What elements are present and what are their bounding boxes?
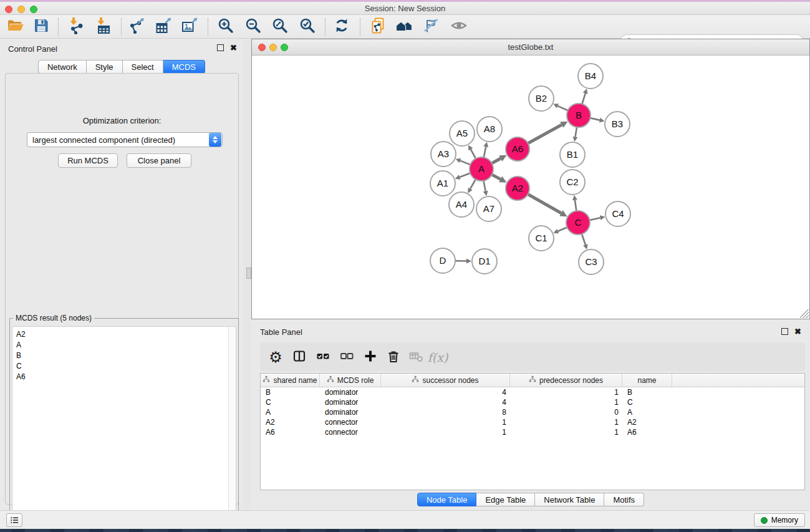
table-row[interactable]: A2connector11A2	[261, 417, 804, 427]
minimize-window-button[interactable]	[17, 6, 25, 13]
column-header-MCDS-role[interactable]: MCDS role	[320, 374, 381, 387]
network-window-traffic-lights[interactable]	[258, 44, 288, 51]
column-header-successor-nodes[interactable]: successor nodes	[381, 374, 510, 387]
node-A4[interactable]: A4	[449, 192, 474, 217]
float-panel-icon[interactable]	[217, 44, 224, 51]
export-network-icon	[128, 17, 145, 37]
network-minimize-button[interactable]	[269, 44, 277, 51]
run-mcds-button[interactable]: Run MCDS	[58, 153, 118, 168]
node-A5[interactable]: A5	[450, 121, 475, 146]
show-eye-button[interactable]	[448, 16, 470, 37]
zoom-window-button[interactable]	[30, 6, 37, 13]
close-window-button[interactable]	[5, 6, 12, 13]
node-B[interactable]: B	[567, 104, 591, 127]
tab-style[interactable]: Style	[87, 60, 123, 74]
node-A8[interactable]: A8	[477, 117, 502, 142]
close-panel-button[interactable]: Close panel	[127, 153, 191, 168]
column-type-icon	[263, 375, 270, 385]
tab-mcds[interactable]: MCDS	[163, 60, 205, 74]
node-B1[interactable]: B1	[560, 142, 585, 167]
network-canvas[interactable]: AA1A2A3A4A5A6A7A8BB1B2B3B4CC1C2C3C4DD1	[252, 56, 809, 319]
dropdown-stepper-icon	[209, 133, 221, 147]
zoom-selected-button[interactable]	[297, 16, 318, 37]
criterion-dropdown[interactable]: largest connected component (directed)	[27, 132, 223, 147]
export-network-button[interactable]	[126, 16, 147, 37]
network-zoom-button[interactable]	[281, 44, 288, 51]
node-A3[interactable]: A3	[431, 142, 456, 167]
node-C[interactable]: C	[566, 211, 590, 235]
node-C3[interactable]: C3	[579, 249, 604, 274]
node-A6[interactable]: A6	[506, 137, 529, 161]
splitter-collapse-handle[interactable]	[246, 268, 251, 279]
node-D1[interactable]: D1	[472, 249, 497, 274]
node-D[interactable]: D	[430, 248, 455, 273]
control-panel-header: Control Panel ✖	[0, 39, 243, 59]
traffic-lights[interactable]	[5, 6, 37, 13]
table-row[interactable]: Cdominator41C	[261, 397, 804, 407]
clone-network-button[interactable]	[367, 16, 388, 37]
table-cell: connector	[320, 428, 381, 437]
node-B2[interactable]: B2	[529, 86, 554, 111]
save-session-button[interactable]	[31, 16, 52, 37]
mcds-result-item[interactable]: B	[12, 350, 228, 360]
window-resize-grip[interactable]	[800, 309, 809, 318]
mcds-list-scrollbar[interactable]	[228, 327, 236, 531]
zoom-fit-button[interactable]	[269, 16, 291, 37]
zoom-out-button[interactable]	[243, 16, 264, 37]
mcds-result-item[interactable]: A	[12, 339, 228, 350]
node-A[interactable]: A	[470, 157, 493, 181]
column-header-shared-name[interactable]: shared name	[261, 374, 320, 387]
tab-node-table[interactable]: Node Table	[417, 493, 477, 506]
tab-motifs[interactable]: Motifs	[604, 493, 644, 506]
node-A7[interactable]: A7	[476, 196, 501, 221]
split-view-button[interactable]	[291, 349, 307, 365]
network-close-button[interactable]	[258, 44, 266, 51]
refresh-button[interactable]	[331, 16, 352, 37]
node-A2[interactable]: A2	[506, 177, 529, 200]
mcds-result-item[interactable]: C	[12, 360, 228, 371]
svg-text:A3: A3	[438, 148, 449, 159]
column-header-name[interactable]: name	[622, 374, 672, 387]
column-header-predecessor-nodes[interactable]: predecessor nodes	[510, 374, 622, 387]
close-panel-icon[interactable]: ✖	[230, 44, 237, 51]
mcds-tab-content: Optimization criterion: largest connecte…	[5, 73, 239, 505]
node-B3[interactable]: B3	[605, 112, 630, 137]
svg-text:A2: A2	[512, 183, 523, 193]
first-neighbors-button[interactable]	[393, 16, 415, 37]
open-session-button[interactable]	[4, 16, 26, 37]
export-table-button[interactable]	[153, 16, 174, 37]
mcds-result-item[interactable]: A6	[12, 371, 228, 382]
export-image-button[interactable]	[179, 16, 200, 37]
import-network-icon	[67, 17, 85, 37]
node-B4[interactable]: B4	[578, 64, 603, 89]
table-row[interactable]: Bdominator41B	[261, 387, 804, 397]
network-window-titlebar[interactable]: testGlobe.txt	[252, 39, 809, 56]
mcds-result-item[interactable]: A2	[12, 329, 228, 339]
table-row[interactable]: Adominator80A	[261, 407, 804, 417]
node-C4[interactable]: C4	[605, 201, 630, 226]
tab-edge-table[interactable]: Edge Table	[476, 493, 535, 506]
node-C2[interactable]: C2	[560, 170, 585, 195]
deselect-all-button[interactable]	[339, 349, 355, 365]
hide-flag-button[interactable]	[420, 16, 441, 37]
import-network-button[interactable]	[65, 16, 87, 37]
memory-button[interactable]: Memory	[754, 513, 805, 527]
import-table-button[interactable]	[93, 16, 114, 37]
table-cell: A	[622, 408, 672, 417]
settings-button[interactable]: ⚙	[268, 349, 284, 365]
table-panel-header: Table Panel ✖	[251, 319, 810, 341]
node-A1[interactable]: A1	[430, 171, 455, 196]
node-C1[interactable]: C1	[529, 226, 554, 251]
add-button[interactable]	[362, 349, 378, 365]
svg-text:D1: D1	[478, 256, 490, 266]
close-table-panel-icon[interactable]: ✖	[794, 328, 801, 335]
select-all-button[interactable]	[315, 349, 331, 365]
tab-network-table[interactable]: Network Table	[535, 493, 604, 506]
tab-network[interactable]: Network	[38, 60, 87, 74]
task-history-button[interactable]	[6, 513, 22, 527]
float-table-panel-icon[interactable]	[781, 328, 788, 335]
zoom-in-button[interactable]	[215, 16, 236, 37]
table-row[interactable]: A6connector11A6	[261, 427, 804, 437]
tab-select[interactable]: Select	[123, 60, 163, 74]
delete-button[interactable]	[385, 349, 402, 365]
